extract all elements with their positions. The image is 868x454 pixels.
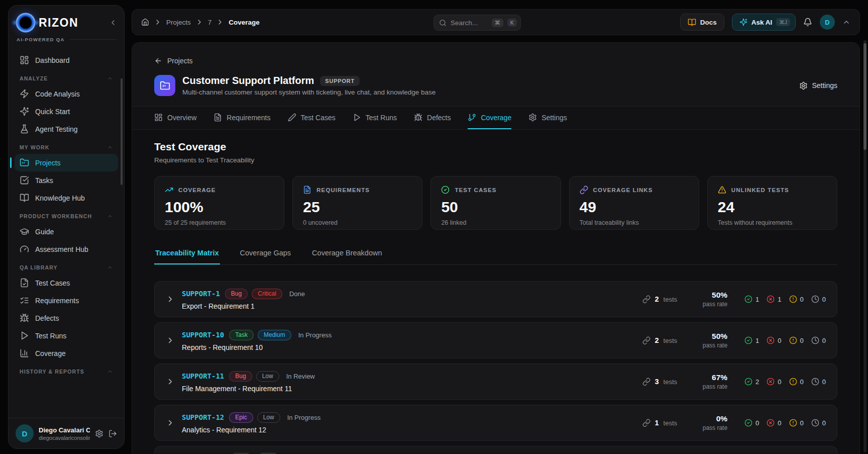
gear-icon[interactable]	[95, 429, 103, 438]
failed-count: 0	[778, 419, 781, 427]
sidebar-item-label: Quick Start	[35, 108, 70, 116]
expand-chevron-icon[interactable]	[166, 418, 175, 427]
passed-count: 1	[755, 337, 759, 344]
sidebar-section-items: Code Analysis Quick Start Agent Testing	[15, 85, 118, 138]
tests-count: 2	[655, 295, 659, 303]
pass-rate-value: 50%	[694, 291, 727, 300]
chevron-up-icon[interactable]	[842, 18, 850, 26]
user-avatar[interactable]: D	[16, 424, 34, 442]
sidebar-item-label: Assessment Hub	[35, 245, 88, 253]
sidebar-item[interactable]: Tasks	[15, 171, 118, 189]
requirement-row[interactable]: SUPPORT-12 EpicLow In Progress Analytics…	[154, 405, 837, 441]
project-description: Multi-channel customer support system wi…	[182, 88, 436, 96]
x-circle-icon	[767, 336, 775, 344]
project-tab[interactable]: Coverage	[468, 107, 511, 129]
sidebar-item-label: Agent Testing	[35, 125, 78, 133]
stat-value: 25	[303, 199, 412, 216]
expand-chevron-icon[interactable]	[166, 377, 175, 386]
linked-tests: 3 tests	[642, 378, 678, 386]
back-to-projects-link[interactable]: Projects	[154, 57, 193, 65]
sidebar-section-header[interactable]: PRODUCT WORKBENCH	[15, 207, 118, 223]
project-tab[interactable]: Test Runs	[353, 107, 397, 129]
x-circle-icon	[767, 419, 775, 427]
logout-icon[interactable]	[108, 429, 117, 438]
sidebar-section-header[interactable]: MY WORK	[15, 138, 118, 154]
pass-rate-label: pass rate	[694, 424, 727, 431]
breadcrumb-projects[interactable]: Projects	[166, 19, 191, 26]
coverage-subtab[interactable]: Coverage Breakdown	[311, 246, 383, 264]
pass-rate-label: pass rate	[694, 383, 727, 390]
project-tab-label: Overview	[167, 114, 196, 122]
docs-button[interactable]: Docs	[680, 14, 724, 31]
traceability-row-list: SUPPORT-1 BugCritical Done Export - Requ…	[154, 281, 837, 441]
app-logo[interactable]: RIZON	[16, 13, 78, 33]
requirement-row[interactable]: SUPPORT-11 BugLow In Review File Managem…	[154, 364, 837, 400]
breadcrumb-project-id[interactable]: 7	[208, 19, 212, 26]
page-subtitle: Requirements to Test Traceability	[154, 156, 837, 164]
requirement-id[interactable]: SUPPORT-11	[182, 372, 224, 380]
ask-ai-button[interactable]: Ask AI ⌘J	[732, 14, 796, 31]
sidebar-item[interactable]: Quick Start	[15, 103, 118, 120]
sidebar-section-header[interactable]: ANALYZE	[15, 69, 118, 85]
page-scrollbar[interactable]	[863, 40, 866, 452]
requirement-row[interactable]: SUPPORT-1 BugCritical Done Export - Requ…	[154, 281, 837, 317]
requirement-badge	[257, 453, 279, 453]
project-tab[interactable]: Defects	[414, 107, 451, 129]
user-card[interactable]: D Diego Cavalari Con... diegocavalaricon…	[9, 418, 124, 448]
sidebar-item[interactable]: Projects	[15, 154, 118, 171]
requirement-row[interactable]: SUPPORT-10 TaskMedium In Progress Report…	[154, 322, 837, 358]
stat-card: TEST CASES 50 26 linked	[430, 176, 561, 230]
sidebar-item[interactable]: Coverage	[15, 344, 118, 362]
chevron-right-icon	[195, 18, 203, 26]
requirement-id[interactable]: SUPPORT-10	[182, 331, 224, 339]
folder-icon	[160, 80, 170, 91]
home-icon[interactable]	[141, 18, 149, 26]
project-tab[interactable]: Settings	[528, 107, 567, 129]
project-tab[interactable]: Requirements	[213, 107, 270, 129]
failed-count: 1	[778, 296, 781, 303]
sidebar-section-header[interactable]: HISTORY & REPORTS	[15, 362, 118, 378]
sidebar-scrollbar-thumb[interactable]	[121, 78, 123, 185]
sidebar-item[interactable]: Dashboard	[15, 51, 118, 69]
content-panel: Projects Customer Support Platform SUPPO…	[132, 42, 860, 454]
sidebar-item[interactable]: Guide	[15, 223, 118, 240]
expand-chevron-icon[interactable]	[166, 295, 175, 304]
chevron-right-icon	[216, 18, 224, 26]
bell-icon[interactable]	[803, 18, 812, 27]
search-input[interactable]: Search... ⌘ K	[433, 15, 521, 31]
requirement-status: In Progress	[298, 331, 332, 339]
requirement-id[interactable]: SUPPORT-12	[182, 413, 224, 421]
sidebar-section-items: Test Cases Requirements Defects Test Run…	[15, 274, 118, 362]
page-scrollbar-thumb[interactable]	[863, 43, 866, 150]
coverage-subtab[interactable]: Coverage Gaps	[239, 246, 292, 264]
requirement-title: Reports - Requirement 10	[182, 343, 332, 351]
topbar-avatar[interactable]: D	[820, 15, 835, 30]
sidebar-sections: Dashboard ANALYZE Code Analysis	[15, 51, 118, 378]
link-icon	[642, 419, 650, 427]
sidebar-item[interactable]: Knowledge Hub	[15, 189, 118, 207]
sidebar-item[interactable]: Code Analysis	[15, 85, 118, 103]
stat-sub: 25 of 25 requirements	[165, 219, 274, 226]
requirement-row-partial[interactable]	[154, 446, 837, 453]
sidebar-item[interactable]: Agent Testing	[15, 120, 118, 138]
sidebar-section: QA LIBRARY Test Cases Requirements	[15, 258, 118, 362]
blocked-count: 0	[800, 337, 804, 344]
expand-chevron-icon[interactable]	[166, 336, 175, 345]
trending-up-icon	[165, 186, 173, 194]
sidebar-item[interactable]: Defects	[15, 309, 118, 327]
requirement-title: Export - Requirement 1	[182, 302, 305, 310]
project-tab[interactable]: Test Cases	[288, 107, 336, 129]
sidebar-item-label: Guide	[35, 228, 54, 236]
sidebar-collapse-button[interactable]	[109, 19, 117, 27]
requirement-id[interactable]: SUPPORT-1	[182, 290, 220, 298]
sidebar-item[interactable]: Assessment Hub	[15, 240, 118, 258]
coverage-subtab[interactable]: Traceability Matrix	[154, 246, 220, 264]
sidebar-item[interactable]: Requirements	[15, 292, 118, 309]
sidebar-item[interactable]: Test Cases	[15, 274, 118, 292]
sidebar-item[interactable]: Test Runs	[15, 327, 118, 344]
project-settings-button[interactable]: Settings	[799, 81, 837, 90]
project-tab[interactable]: Overview	[154, 107, 196, 129]
graduation-cap-icon	[20, 227, 29, 236]
pending-count: 0	[822, 296, 826, 303]
sidebar-section-header[interactable]: QA LIBRARY	[15, 258, 118, 274]
